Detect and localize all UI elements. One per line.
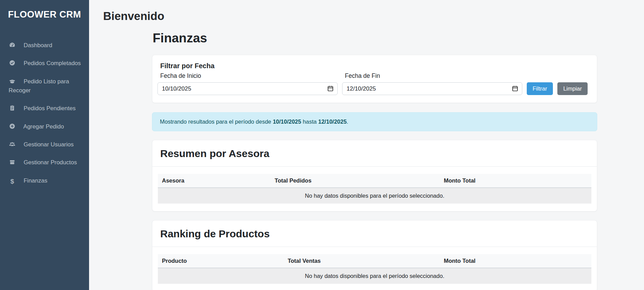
users-icon <box>9 141 16 147</box>
start-date-label: Fecha de Inicio <box>160 72 338 80</box>
sidebar-item-pedido-listo[interactable]: Pedido Listo para Recoger <box>0 73 89 100</box>
advisor-summary-table: Asesora Total Pedidos Monto Total No hay… <box>158 174 591 204</box>
app-title: FLOOWER CRM <box>0 0 89 20</box>
alert-end-date: 12/10/2025 <box>318 118 347 125</box>
column-header-asesora: Asesora <box>158 174 271 188</box>
main-content: Bienvenido Finanzas Filtrar por Fecha Fe… <box>89 0 644 290</box>
sidebar-item-label: Pedido Listo para Recoger <box>9 78 69 94</box>
advisor-summary-title: Resumen por Asesora <box>160 148 589 159</box>
clear-button[interactable]: Limpiar <box>557 82 588 95</box>
product-ranking-table: Producto Total Ventas Monto Total No hay… <box>158 254 591 284</box>
alert-text: Mostrando resultados para el período des… <box>160 118 273 125</box>
welcome-heading: Bienvenido <box>103 10 644 23</box>
sidebar-item-finanzas[interactable]: $ Finanzas <box>0 172 89 190</box>
sidebar-item-pedidos-completados[interactable]: Pedidos Completados <box>0 54 89 72</box>
column-header-producto: Producto <box>158 254 284 268</box>
check-circle-icon <box>9 60 16 66</box>
start-date-field: Fecha de Inicio <box>157 72 338 95</box>
sidebar-nav: Dashboard Pedidos Completados Pedido Lis… <box>0 37 89 190</box>
sidebar-item-gestionar-usuarios[interactable]: Gestionar Usuarios <box>0 136 89 154</box>
sidebar-item-agregar-pedido[interactable]: Agregar Pedido <box>0 118 89 136</box>
calendar-icon[interactable] <box>512 85 519 92</box>
sidebar-item-label: Agregar Pedido <box>23 123 64 130</box>
end-date-input[interactable] <box>342 82 522 95</box>
start-date-input[interactable] <box>157 82 338 95</box>
results-alert: Mostrando resultados para el período des… <box>152 112 597 131</box>
column-header-total-pedidos: Total Pedidos <box>271 174 440 188</box>
calendar-icon[interactable] <box>327 85 334 92</box>
sidebar-item-label: Gestionar Usuarios <box>24 141 74 148</box>
sidebar-item-gestionar-productos[interactable]: Gestionar Productos <box>0 154 89 172</box>
plus-circle-icon <box>9 123 16 129</box>
sidebar-item-label: Gestionar Productos <box>24 159 77 166</box>
sidebar-item-dashboard[interactable]: Dashboard <box>0 37 89 54</box>
finanzas-container: Finanzas Filtrar por Fecha Fecha de Inic… <box>152 31 597 290</box>
filter-button[interactable]: Filtrar <box>527 82 553 95</box>
filter-title: Filtrar por Fecha <box>160 62 592 70</box>
column-header-monto-total: Monto Total <box>440 174 591 188</box>
end-date-field: Fecha de Fin <box>342 72 522 95</box>
table-row: No hay datos disponibles para el período… <box>158 268 591 284</box>
empty-state-message: No hay datos disponibles para el período… <box>158 268 591 284</box>
end-date-label: Fecha de Fin <box>345 72 522 80</box>
product-ranking-title: Ranking de Productos <box>160 228 589 240</box>
sidebar: FLOOWER CRM Dashboard Pedidos Completado… <box>0 0 89 290</box>
gauge-icon <box>9 42 16 48</box>
advisor-summary-card: Resumen por Asesora Asesora Total Pedido… <box>152 140 597 211</box>
sidebar-item-pedidos-pendientes[interactable]: Pedidos Pendientes <box>0 100 89 117</box>
clipboard-icon <box>9 105 16 111</box>
alert-start-date: 10/10/2025 <box>273 118 301 125</box>
empty-state-message: No hay datos disponibles para el período… <box>158 188 591 204</box>
alert-text: hasta <box>301 118 318 125</box>
sidebar-item-label: Dashboard <box>24 42 52 49</box>
column-header-total-ventas: Total Ventas <box>284 254 440 268</box>
box-open-icon <box>9 78 16 84</box>
product-ranking-card: Ranking de Productos Producto Total Vent… <box>152 220 597 290</box>
table-row: No hay datos disponibles para el período… <box>158 188 591 204</box>
alert-text: . <box>347 118 348 125</box>
sidebar-item-label: Finanzas <box>24 177 47 184</box>
sidebar-item-label: Pedidos Completados <box>24 60 81 66</box>
column-header-monto-total: Monto Total <box>440 254 591 268</box>
sidebar-item-label: Pedidos Pendientes <box>24 105 76 112</box>
box-icon <box>9 159 16 165</box>
finanzas-heading: Finanzas <box>153 31 597 45</box>
date-filter-card: Filtrar por Fecha Fecha de Inicio Fecha … <box>152 55 597 103</box>
dollar-icon: $ <box>9 176 16 183</box>
